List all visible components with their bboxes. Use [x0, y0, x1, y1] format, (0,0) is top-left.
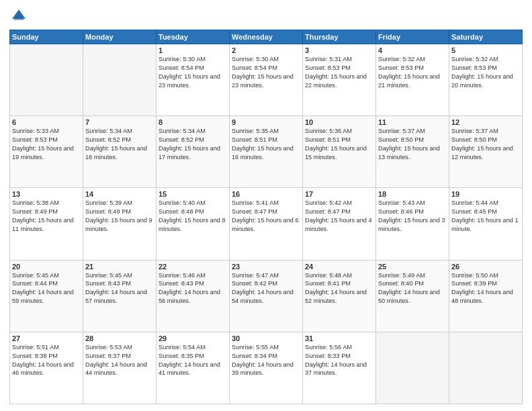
calendar-cell: 25Sunrise: 5:49 AMSunset: 8:40 PMDayligh… — [376, 260, 449, 332]
daylight-text: Daylight: 14 hours and 59 minutes. — [12, 289, 74, 304]
day-info: Sunrise: 5:45 AMSunset: 8:43 PMDaylight:… — [85, 271, 154, 306]
sunrise-text: Sunrise: 5:50 AM — [451, 272, 498, 279]
sunset-text: Sunset: 8:34 PM — [232, 353, 277, 359]
day-number: 24 — [305, 263, 373, 271]
sunset-text: Sunset: 8:53 PM — [378, 64, 424, 71]
daylight-text: Daylight: 15 hours and 17 minutes. — [159, 145, 220, 161]
sunrise-text: Sunrise: 5:32 AM — [378, 56, 425, 62]
day-number: 12 — [451, 118, 520, 126]
daylight-text: Daylight: 15 hours and 19 minutes. — [12, 145, 74, 161]
day-number: 29 — [159, 334, 227, 342]
day-number: 16 — [232, 190, 300, 198]
day-info: Sunrise: 5:40 AMSunset: 8:48 PMDaylight:… — [159, 199, 227, 234]
daylight-text: Daylight: 14 hours and 46 minutes. — [12, 361, 74, 377]
day-info: Sunrise: 5:37 AMSunset: 8:50 PMDaylight:… — [378, 127, 447, 162]
calendar-cell: 26Sunrise: 5:50 AMSunset: 8:39 PMDayligh… — [449, 260, 523, 332]
day-number: 4 — [378, 46, 447, 54]
day-number: 7 — [85, 118, 154, 126]
daylight-text: Daylight: 15 hours and 20 minutes. — [451, 73, 513, 89]
sunrise-text: Sunrise: 5:44 AM — [451, 199, 498, 206]
daylight-text: Daylight: 15 hours and 4 minutes. — [305, 217, 372, 232]
day-number: 3 — [305, 46, 373, 54]
day-of-week-header: Friday — [376, 30, 449, 44]
calendar-cell: 14Sunrise: 5:39 AMSunset: 8:49 PMDayligh… — [83, 188, 157, 260]
calendar-cell: 17Sunrise: 5:42 AMSunset: 8:47 PMDayligh… — [303, 188, 376, 260]
sunrise-text: Sunrise: 5:30 AM — [232, 56, 279, 62]
calendar-cell: 6Sunrise: 5:33 AMSunset: 8:53 PMDaylight… — [10, 116, 83, 188]
sunrise-text: Sunrise: 5:37 AM — [378, 128, 425, 134]
day-number: 31 — [305, 334, 373, 342]
sunset-text: Sunset: 8:43 PM — [85, 280, 131, 287]
day-info: Sunrise: 5:34 AMSunset: 8:52 PMDaylight:… — [85, 127, 154, 162]
daylight-text: Daylight: 15 hours and 9 minutes. — [85, 217, 152, 232]
day-number: 5 — [451, 46, 520, 54]
sunrise-text: Sunrise: 5:39 AM — [85, 199, 132, 206]
sunset-text: Sunset: 8:48 PM — [159, 208, 204, 215]
day-number: 2 — [232, 46, 300, 54]
day-info: Sunrise: 5:50 AMSunset: 8:39 PMDaylight:… — [451, 271, 520, 306]
sunset-text: Sunset: 8:40 PM — [378, 280, 424, 287]
sunrise-text: Sunrise: 5:45 AM — [85, 272, 132, 279]
calendar-cell: 22Sunrise: 5:46 AMSunset: 8:43 PMDayligh… — [157, 260, 230, 332]
day-info: Sunrise: 5:45 AMSunset: 8:44 PMDaylight:… — [12, 271, 81, 306]
calendar-cell: 9Sunrise: 5:35 AMSunset: 8:51 PMDaylight… — [230, 116, 303, 188]
sunrise-text: Sunrise: 5:34 AM — [85, 128, 132, 134]
sunrise-text: Sunrise: 5:56 AM — [305, 344, 352, 351]
day-number: 26 — [451, 263, 520, 271]
calendar-cell: 12Sunrise: 5:37 AMSunset: 8:50 PMDayligh… — [449, 116, 523, 188]
sunrise-text: Sunrise: 5:54 AM — [159, 344, 206, 351]
calendar-cell: 19Sunrise: 5:44 AMSunset: 8:45 PMDayligh… — [449, 188, 523, 260]
day-number: 23 — [232, 263, 300, 271]
calendar-cell: 1Sunrise: 5:30 AMSunset: 8:54 PMDaylight… — [157, 44, 230, 116]
header-row: SundayMondayTuesdayWednesdayThursdayFrid… — [10, 30, 523, 44]
sunrise-text: Sunrise: 5:53 AM — [85, 344, 132, 351]
day-of-week-header: Tuesday — [157, 30, 230, 44]
calendar-cell: 27Sunrise: 5:51 AMSunset: 8:38 PMDayligh… — [10, 332, 83, 404]
day-info: Sunrise: 5:32 AMSunset: 8:53 PMDaylight:… — [378, 55, 447, 90]
sunset-text: Sunset: 8:45 PM — [451, 208, 497, 215]
sunset-text: Sunset: 8:47 PM — [305, 208, 351, 215]
sunrise-text: Sunrise: 5:32 AM — [451, 56, 498, 62]
header — [9, 7, 523, 26]
day-info: Sunrise: 5:44 AMSunset: 8:45 PMDaylight:… — [451, 199, 520, 234]
sunrise-text: Sunrise: 5:37 AM — [451, 128, 498, 134]
day-number: 19 — [451, 190, 520, 198]
day-of-week-header: Sunday — [10, 30, 83, 44]
sunset-text: Sunset: 8:46 PM — [378, 208, 424, 215]
calendar-cell: 5Sunrise: 5:32 AMSunset: 8:53 PMDaylight… — [449, 44, 523, 116]
sunrise-text: Sunrise: 5:35 AM — [232, 128, 279, 134]
daylight-text: Daylight: 14 hours and 56 minutes. — [159, 289, 220, 304]
daylight-text: Daylight: 14 hours and 48 minutes. — [451, 289, 513, 304]
daylight-text: Daylight: 15 hours and 22 minutes. — [305, 73, 367, 89]
sunrise-text: Sunrise: 5:43 AM — [378, 199, 425, 206]
day-of-week-header: Saturday — [449, 30, 523, 44]
day-number: 25 — [378, 263, 447, 271]
sunrise-text: Sunrise: 5:47 AM — [232, 272, 279, 279]
sunset-text: Sunset: 8:43 PM — [159, 280, 204, 287]
sunrise-text: Sunrise: 5:38 AM — [12, 199, 59, 206]
daylight-text: Daylight: 14 hours and 37 minutes. — [305, 361, 367, 377]
sunset-text: Sunset: 8:52 PM — [85, 136, 131, 143]
calendar-cell: 7Sunrise: 5:34 AMSunset: 8:52 PMDaylight… — [83, 116, 157, 188]
calendar-cell — [10, 44, 83, 116]
calendar-cell: 13Sunrise: 5:38 AMSunset: 8:49 PMDayligh… — [10, 188, 83, 260]
day-info: Sunrise: 5:36 AMSunset: 8:51 PMDaylight:… — [305, 127, 373, 162]
sunset-text: Sunset: 8:52 PM — [159, 136, 204, 143]
day-info: Sunrise: 5:49 AMSunset: 8:40 PMDaylight:… — [378, 271, 447, 306]
day-number: 27 — [12, 334, 81, 342]
sunset-text: Sunset: 8:41 PM — [305, 280, 351, 287]
daylight-text: Daylight: 14 hours and 39 minutes. — [232, 361, 294, 377]
sunrise-text: Sunrise: 5:48 AM — [305, 272, 352, 279]
daylight-text: Daylight: 15 hours and 13 minutes. — [378, 145, 440, 161]
sunset-text: Sunset: 8:42 PM — [232, 280, 277, 287]
calendar-week-row: 20Sunrise: 5:45 AMSunset: 8:44 PMDayligh… — [10, 260, 523, 332]
daylight-text: Daylight: 14 hours and 41 minutes. — [159, 361, 220, 377]
daylight-text: Daylight: 14 hours and 44 minutes. — [85, 361, 147, 377]
calendar-cell: 31Sunrise: 5:56 AMSunset: 8:33 PMDayligh… — [303, 332, 376, 404]
calendar-cell: 29Sunrise: 5:54 AMSunset: 8:35 PMDayligh… — [157, 332, 230, 404]
day-number: 13 — [12, 190, 81, 198]
calendar-cell — [376, 332, 449, 404]
day-info: Sunrise: 5:43 AMSunset: 8:46 PMDaylight:… — [378, 199, 447, 234]
sunset-text: Sunset: 8:54 PM — [159, 64, 204, 71]
sunrise-text: Sunrise: 5:34 AM — [159, 128, 206, 134]
